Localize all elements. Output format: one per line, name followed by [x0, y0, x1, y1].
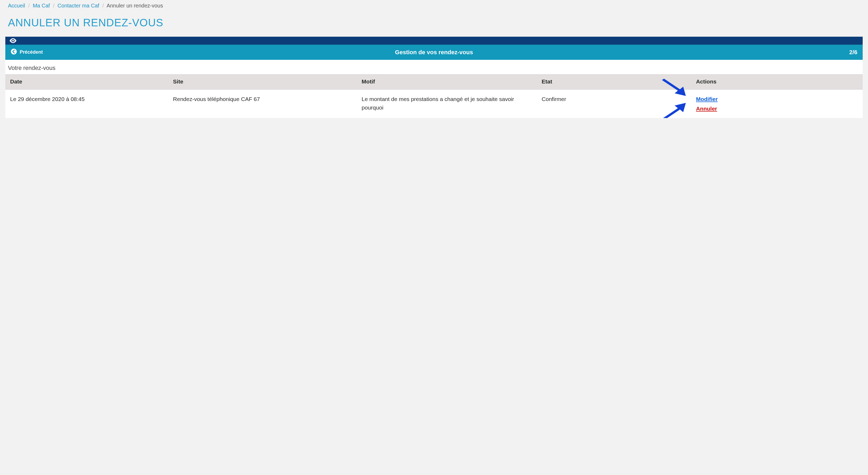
col-header-actions: Actions [691, 74, 863, 89]
table-row: Le 29 décembre 2020 à 08:45 Rendez-vous … [5, 89, 863, 118]
breadcrumb-current: Annuler un rendez-vous [106, 3, 163, 8]
subheader-title: Gestion de vos rendez-vous [395, 49, 473, 56]
breadcrumb-link-contacter[interactable]: Contacter ma Caf [57, 3, 99, 8]
cancel-link[interactable]: Annuler [696, 104, 717, 113]
col-header-etat: Etat [537, 74, 691, 89]
main-panel: Précédent Gestion de vos rendez-vous 2/6… [5, 37, 863, 118]
breadcrumb-sep: / [53, 3, 55, 8]
breadcrumb-sep: / [102, 3, 104, 8]
col-header-date: Date [5, 74, 168, 89]
panel-subheader: Précédent Gestion de vos rendez-vous 2/6 [5, 45, 863, 60]
back-button-label: Précédent [20, 50, 43, 55]
cell-site: Rendez-vous téléphonique CAF 67 [168, 89, 357, 118]
eye-icon[interactable] [9, 38, 17, 43]
page-title: ANNULER UN RENDEZ-VOUS [0, 9, 868, 37]
cell-motif: Le montant de mes prestations a changé e… [357, 89, 537, 118]
cell-date: Le 29 décembre 2020 à 08:45 [5, 89, 168, 118]
svg-point-0 [12, 40, 14, 41]
appointments-table: Date Site Motif Etat Actions Le 29 décem… [5, 74, 863, 118]
breadcrumb: Accueil / Ma Caf / Contacter ma Caf / An… [0, 0, 868, 9]
section-label: Votre rendez-vous [5, 60, 863, 74]
breadcrumb-link-accueil[interactable]: Accueil [8, 3, 25, 8]
panel-top-bar [5, 37, 863, 45]
back-button[interactable]: Précédent [11, 49, 43, 56]
col-header-motif: Motif [357, 74, 537, 89]
cell-actions: Modifier Annuler [691, 89, 863, 118]
modify-link[interactable]: Modifier [696, 95, 718, 103]
col-header-site: Site [168, 74, 357, 89]
back-arrow-icon [11, 49, 17, 56]
breadcrumb-sep: / [28, 3, 30, 8]
table-header-row: Date Site Motif Etat Actions [5, 74, 863, 89]
svg-point-1 [11, 49, 17, 55]
cell-etat: Confirmer [537, 89, 691, 118]
step-indicator: 2/6 [849, 49, 857, 56]
breadcrumb-link-macaf[interactable]: Ma Caf [33, 3, 50, 8]
